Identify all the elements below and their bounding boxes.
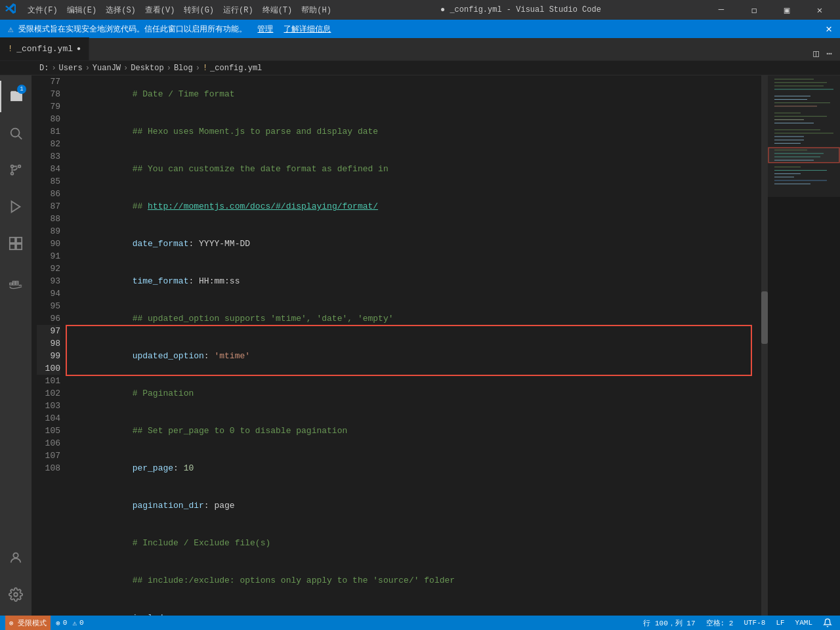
breadcrumb-file[interactable]: _config.yml [210, 64, 262, 73]
vscode-logo [5, 3, 16, 17]
scrollbar-thumb[interactable] [761, 291, 768, 344]
code-line-80: ## http://momentjs.com/docs/#/displaying… [71, 188, 756, 225]
minimap-content [768, 75, 840, 616]
sep2: › [85, 64, 90, 73]
svg-line-2 [18, 136, 22, 139]
sidebar-item-extensions[interactable] [0, 228, 32, 259]
code-line-89: pagination_dir: page [71, 487, 756, 524]
status-bar: ⊗ 受限模式 ⊗ 0 ⚠ 0 行 100，列 17 空格: 2 UTF-8 LF… [0, 616, 840, 630]
svg-point-3 [11, 173, 14, 175]
code-line-78: ## Hexo uses Moment.js to parse and disp… [71, 113, 756, 150]
title-bar: 文件(F) 编辑(E) 选择(S) 查看(V) 转到(G) 运行(R) 终端(T… [0, 0, 840, 20]
svg-rect-9 [16, 244, 22, 249]
code-line-92: ## include:/exclude: options only apply … [71, 562, 756, 599]
svg-rect-48 [768, 75, 840, 197]
code-line-87: ## Set per_page to 0 to disable paginati… [71, 412, 756, 450]
tab-name: _config.yml [16, 44, 73, 54]
line-col-status[interactable]: 行 100，列 17 [640, 618, 698, 628]
code-editor[interactable]: 77 78 79 80 81 82 83 84 85 86 87 88 89 9… [32, 75, 768, 616]
code-line-93: include: [71, 599, 756, 616]
tab-warning-icon: ! [8, 45, 12, 54]
code-line-82: time_format: HH:mm:ss [71, 262, 756, 300]
tab-actions: ◫ ⋯ [805, 47, 840, 60]
breadcrumb: D: › Users › YuanJW › Desktop › Blog › !… [0, 61, 840, 75]
encoding-status[interactable]: UTF-8 [741, 619, 768, 627]
tab-bar: ! _config.yml ● ◫ ⋯ [0, 38, 840, 61]
line-numbers: 77 78 79 80 81 82 83 84 85 86 87 88 89 9… [32, 75, 66, 616]
code-line-83: ## updated_option supports 'mtime', 'dat… [71, 300, 756, 337]
restricted-mode-bar: ⚠ 受限模式旨在实现安全地浏览代码。信任此窗口以启用所有功能。 管理 了解详细信… [0, 20, 840, 38]
split-button[interactable]: ▣ [772, 0, 802, 20]
window-controls: ─ ◻ ▣ ✕ [706, 0, 835, 20]
code-line-88: per_page: 10 [71, 450, 756, 487]
svg-rect-7 [10, 238, 15, 243]
code-line-86: # Pagination [71, 375, 756, 412]
svg-marker-6 [12, 201, 20, 213]
errors-status[interactable]: ⊗ 0 ⚠ 0 [56, 619, 83, 627]
sep4: › [167, 64, 171, 73]
eol-status[interactable]: LF [773, 619, 787, 627]
breadcrumb-file-icon: ! [203, 64, 207, 73]
breadcrumb-yuanjw[interactable]: YuanJW [93, 64, 121, 73]
restricted-close-button[interactable]: ✕ [826, 22, 832, 35]
sidebar-item-settings[interactable] [0, 579, 32, 610]
error-icon: ⊗ [56, 619, 60, 627]
code-line-81: date_format: YYYY-MM-DD [71, 225, 756, 262]
svg-point-1 [11, 129, 20, 137]
code-line-91: # Include / Exclude file(s) [71, 524, 756, 562]
svg-point-4 [18, 165, 21, 168]
sidebar-item-search[interactable] [0, 117, 32, 149]
tab-config-yml[interactable]: ! _config.yml ● [0, 37, 89, 60]
vertical-scrollbar[interactable] [761, 75, 768, 616]
sidebar-item-git[interactable] [0, 154, 32, 186]
learn-more-link[interactable]: 了解详细信息 [284, 24, 331, 35]
svg-rect-10 [10, 244, 15, 249]
window-title: ● _config.yml - Visual Studio Code [335, 5, 706, 14]
main-area: 1 [0, 75, 840, 616]
svg-rect-15 [16, 282, 18, 284]
svg-rect-8 [16, 238, 22, 243]
menu-bar[interactable]: 文件(F) 编辑(E) 选择(S) 查看(V) 转到(G) 运行(R) 终端(T… [24, 3, 335, 18]
menu-terminal[interactable]: 终端(T) [259, 3, 297, 18]
activity-bar: 1 [0, 75, 32, 616]
menu-edit[interactable]: 编辑(E) [63, 3, 101, 18]
manage-link[interactable]: 管理 [257, 24, 273, 35]
breadcrumb-users[interactable]: Users [59, 64, 83, 73]
sidebar-item-docker[interactable] [0, 270, 32, 301]
notifications-bell[interactable] [820, 618, 835, 627]
minimize-button[interactable]: ─ [706, 0, 736, 20]
spaces-status[interactable]: 空格: 2 [704, 618, 736, 628]
breadcrumb-drive[interactable]: D: [39, 64, 49, 73]
menu-goto[interactable]: 转到(G) [180, 3, 218, 18]
language-status[interactable]: YAML [793, 619, 815, 627]
more-actions-icon[interactable]: ⋯ [824, 47, 835, 60]
svg-rect-14 [12, 282, 15, 284]
breadcrumb-desktop[interactable]: Desktop [131, 64, 163, 73]
sidebar-item-account[interactable] [0, 542, 32, 574]
menu-file[interactable]: 文件(F) [24, 3, 62, 18]
status-left: ⊗ 受限模式 ⊗ 0 ⚠ 0 [5, 616, 84, 630]
sidebar-item-explorer[interactable]: 1 [0, 81, 32, 112]
menu-help[interactable]: 帮助(H) [297, 3, 335, 18]
code-content[interactable]: # Date / Time format ## Hexo uses Moment… [66, 75, 761, 616]
menu-select[interactable]: 选择(S) [102, 3, 140, 18]
split-editor-icon[interactable]: ◫ [810, 47, 821, 60]
activity-bar-bottom [0, 542, 32, 610]
sidebar-item-debug[interactable] [0, 191, 32, 222]
restricted-mode-status[interactable]: ⊗ 受限模式 [5, 616, 51, 630]
explorer-badge: 1 [17, 85, 26, 94]
menu-view[interactable]: 查看(V) [141, 3, 179, 18]
maximize-button[interactable]: ◻ [739, 0, 769, 20]
code-line-79: ## You can customize the date format as … [71, 150, 756, 188]
editor-wrapper: 77 78 79 80 81 82 83 84 85 86 87 88 89 9… [32, 75, 840, 616]
code-line-77: # Date / Time format [71, 75, 756, 113]
minimap[interactable] [768, 75, 840, 616]
restricted-icon: ⚠ [8, 24, 13, 35]
svg-point-5 [11, 165, 14, 168]
close-button[interactable]: ✕ [805, 0, 835, 20]
breadcrumb-blog[interactable]: Blog [174, 64, 193, 73]
sep3: › [123, 64, 128, 73]
editor-area: 77 78 79 80 81 82 83 84 85 86 87 88 89 9… [32, 75, 840, 616]
menu-run[interactable]: 运行(R) [219, 3, 257, 18]
sep5: › [196, 64, 200, 73]
